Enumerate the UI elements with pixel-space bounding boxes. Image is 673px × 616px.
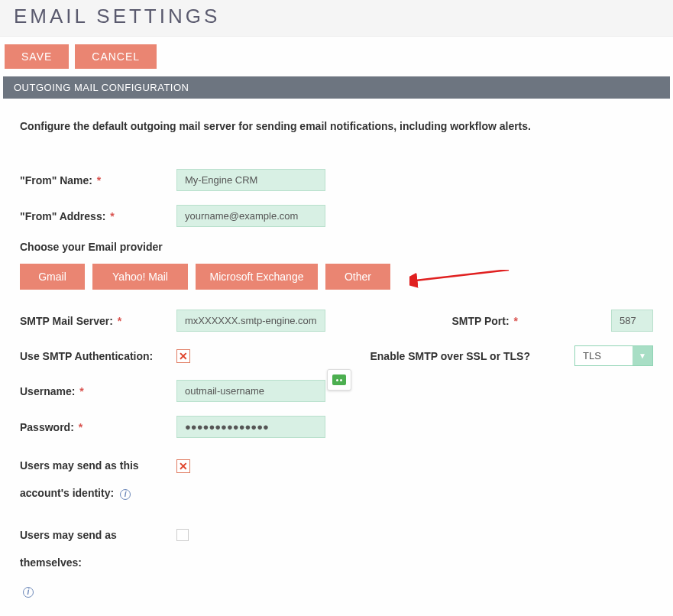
password-input[interactable] [176, 416, 325, 438]
arrow-annotation [409, 270, 516, 300]
provider-yahoo[interactable]: Yahoo! Mail [92, 264, 188, 290]
password-label: Password: * [20, 421, 176, 433]
provider-other[interactable]: Other [325, 264, 390, 290]
required-asterisk: * [118, 315, 121, 327]
from-name-label: "From" Name: * [20, 174, 176, 186]
send-as-identity-row: Users may send as this account's identit… [20, 452, 653, 507]
provider-gmail[interactable]: Gmail [20, 264, 85, 290]
required-asterisk: * [110, 210, 114, 222]
required-asterisk: * [79, 421, 83, 433]
provider-exchange[interactable]: Microsoft Exchange [196, 264, 318, 290]
username-row: Username: * [20, 380, 653, 402]
smtp-port-label: SMTP Port: * [451, 315, 518, 327]
content-area: Configure the default outgoing mail serv… [0, 99, 673, 616]
send-as-self-label: Users may send as themselves: i [20, 521, 176, 605]
provider-label: Choose your Email provider [20, 241, 653, 253]
username-input[interactable] [176, 380, 325, 402]
send-as-identity-checkbox[interactable]: ✕ [176, 459, 190, 473]
chevron-down-icon: ▼ [633, 346, 652, 365]
required-asterisk: * [514, 315, 518, 327]
use-auth-checkbox[interactable]: ✕ [176, 349, 190, 363]
section-header: OUTGOING MAIL CONFIGURATION [3, 76, 670, 99]
info-icon[interactable]: i [120, 489, 131, 500]
save-button[interactable]: SAVE [5, 44, 69, 69]
info-icon[interactable]: i [23, 587, 34, 598]
provider-row: Gmail Yahoo! Mail Microsoft Exchange Oth… [20, 264, 653, 290]
smtp-server-label: SMTP Mail Server: * [20, 315, 176, 327]
required-asterisk: * [79, 385, 83, 397]
send-as-self-checkbox[interactable] [176, 529, 189, 541]
required-asterisk: * [97, 174, 101, 186]
svg-line-1 [416, 270, 509, 280]
from-address-input[interactable] [176, 205, 325, 227]
username-label: Username: * [20, 385, 176, 397]
page-title: EMAIL SETTINGS [0, 0, 673, 37]
enable-ssl-label: Enable SMTP over SSL or TLS? [370, 350, 530, 362]
use-auth-label: Use SMTP Authentication: [20, 350, 176, 362]
password-manager-icon[interactable] [327, 369, 351, 391]
tls-select[interactable]: TLS ▼ [574, 345, 653, 366]
password-row: Password: * [20, 416, 653, 438]
action-bar: SAVE CANCEL [0, 37, 673, 76]
cancel-button[interactable]: CANCEL [75, 44, 157, 69]
from-address-label: "From" Address: * [20, 210, 176, 222]
from-name-input[interactable] [176, 169, 325, 191]
tls-select-value: TLS [575, 346, 633, 365]
send-as-self-row: Users may send as themselves: i [20, 521, 653, 605]
from-name-row: "From" Name: * [20, 169, 653, 191]
from-address-row: "From" Address: * [20, 205, 653, 227]
smtp-auth-row: Use SMTP Authentication: ✕ Enable SMTP o… [20, 345, 653, 366]
smtp-server-row: SMTP Mail Server: * SMTP Port: * [20, 310, 653, 332]
smtp-server-input[interactable] [176, 310, 325, 332]
description-text: Configure the default outgoing mail serv… [20, 120, 653, 132]
send-as-identity-label: Users may send as this account's identit… [20, 452, 176, 507]
smtp-port-input[interactable] [611, 310, 653, 332]
